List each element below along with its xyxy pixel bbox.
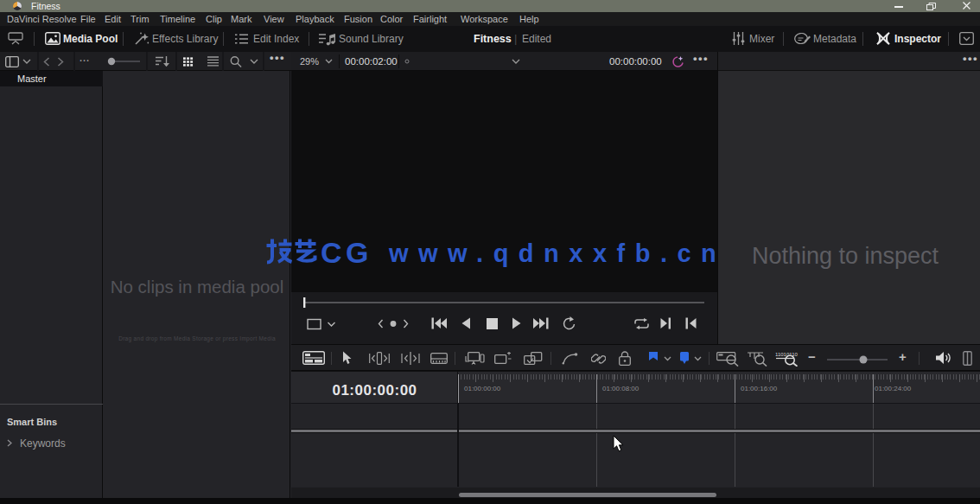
svg-text:CG: CG	[321, 237, 372, 266]
